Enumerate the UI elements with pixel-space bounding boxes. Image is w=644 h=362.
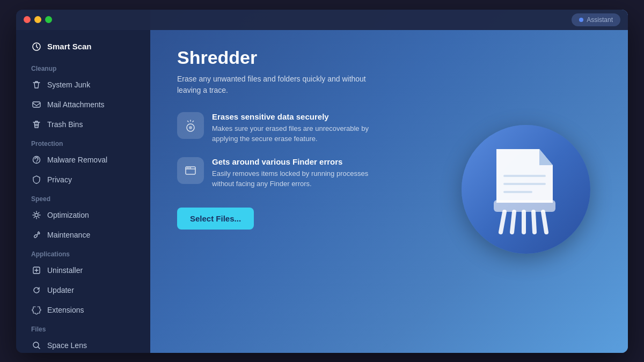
page-subtitle: Erase any unwanted files and folders qui… [177, 73, 370, 96]
sidebar-item-optimization[interactable]: Optimization [20, 205, 146, 225]
close-button[interactable] [24, 16, 31, 23]
sidebar-item-smart-scan[interactable]: Smart Scan [20, 37, 146, 56]
secure-erase-icon [177, 112, 204, 139]
maximize-button[interactable] [45, 16, 52, 23]
feature-finder-errors: Gets around various Finder errors Easily… [177, 157, 435, 189]
main-text-panel: Shredder Erase any unwanted files and fo… [177, 47, 435, 331]
page-title: Shredder [177, 47, 435, 68]
main-inner: Shredder Erase any unwanted files and fo… [177, 47, 601, 331]
sidebar: Smart Scan Cleanup System Junk Mail Atta… [16, 10, 150, 353]
assistant-button[interactable]: Assistant [572, 13, 620, 26]
system-junk-icon [31, 79, 42, 90]
space-lens-label: Space Lens [47, 341, 87, 350]
extensions-label: Extensions [47, 306, 84, 314]
trash-bins-label: Trash Bins [47, 120, 83, 129]
sidebar-item-extensions[interactable]: Extensions [20, 300, 146, 320]
uninstaller-label: Uninstaller [47, 266, 83, 275]
secure-erase-title: Erases sensitive data securely [212, 112, 384, 121]
svg-point-13 [188, 167, 189, 168]
space-lens-icon [31, 340, 42, 351]
maintenance-icon [31, 230, 42, 240]
finder-errors-text: Gets around various Finder errors Easily… [212, 157, 384, 189]
sidebar-item-mail-attachments[interactable]: Mail Attachments [20, 95, 146, 114]
finder-errors-title: Gets around various Finder errors [212, 157, 384, 166]
sidebar-item-maintenance[interactable]: Maintenance [20, 225, 146, 245]
section-files-label: Files [16, 320, 150, 335]
updater-icon [31, 285, 42, 295]
illustration-panel [451, 47, 601, 331]
optimization-label: Optimization [47, 211, 89, 219]
finder-errors-icon [177, 157, 204, 184]
malware-removal-label: Malware Removal [47, 156, 107, 164]
mail-attachments-icon [31, 99, 42, 110]
svg-point-3 [36, 161, 37, 162]
section-protection-label: Protection [16, 135, 150, 150]
sidebar-item-updater[interactable]: Updater [20, 280, 146, 300]
updater-label: Updater [47, 286, 74, 294]
svg-point-12 [187, 167, 188, 168]
privacy-icon [31, 174, 42, 185]
minimize-button[interactable] [34, 16, 41, 23]
sidebar-item-uninstaller[interactable]: Uninstaller [20, 261, 146, 280]
malware-removal-icon [31, 154, 42, 165]
feature-secure-erase: Erases sensitive data securely Makes sur… [177, 112, 435, 144]
smart-scan-icon [31, 41, 42, 52]
title-bar: Assistant [16, 10, 628, 30]
uninstaller-icon [31, 265, 42, 276]
shredder-illustration [462, 125, 590, 254]
section-speed-label: Speed [16, 190, 150, 205]
assistant-dot [579, 18, 583, 22]
sidebar-item-privacy[interactable]: Privacy [20, 170, 146, 189]
svg-point-14 [190, 167, 191, 168]
privacy-label: Privacy [47, 175, 72, 184]
svg-point-4 [35, 213, 38, 217]
finder-errors-description: Easily removes items locked by running p… [212, 168, 384, 189]
traffic-lights [24, 16, 52, 23]
optimization-icon [31, 210, 42, 220]
main-window: Assistant Smart Scan Cleanup System Junk [16, 10, 628, 353]
shredder-svg [483, 144, 569, 235]
sidebar-item-system-junk[interactable]: System Junk [20, 75, 146, 94]
trash-bins-icon [31, 119, 42, 130]
svg-rect-1 [33, 102, 40, 107]
select-files-button[interactable]: Select Files... [177, 208, 254, 230]
sidebar-item-malware-removal[interactable]: Malware Removal [20, 150, 146, 169]
secure-erase-text: Erases sensitive data securely Makes sur… [212, 112, 384, 144]
section-cleanup-label: Cleanup [16, 60, 150, 75]
sidebar-item-trash-bins[interactable]: Trash Bins [20, 115, 146, 134]
smart-scan-label: Smart Scan [47, 42, 92, 51]
maintenance-label: Maintenance [47, 231, 90, 239]
section-applications-label: Applications [16, 245, 150, 260]
mail-attachments-label: Mail Attachments [47, 100, 105, 109]
sidebar-item-space-lens[interactable]: Space Lens [20, 336, 146, 353]
content-row: Shredder Erase any unwanted files and fo… [177, 47, 601, 331]
secure-erase-description: Makes sure your erased files are unrecov… [212, 123, 384, 144]
extensions-icon [31, 305, 42, 315]
assistant-label: Assistant [587, 16, 613, 24]
main-content-area: Shredder Erase any unwanted files and fo… [150, 10, 628, 353]
svg-point-10 [189, 126, 192, 129]
system-junk-label: System Junk [47, 80, 90, 89]
